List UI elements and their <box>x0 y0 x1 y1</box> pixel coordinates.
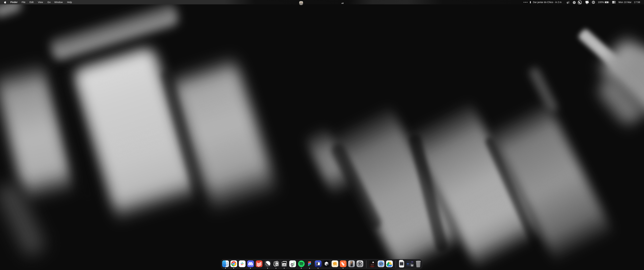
svg-text:raycast: raycast <box>371 264 374 265</box>
svg-text:11: 11 <box>412 265 412 266</box>
svg-text:N: N <box>276 263 278 266</box>
svg-text:10: 10 <box>283 263 286 266</box>
svg-text:g: g <box>291 261 294 267</box>
